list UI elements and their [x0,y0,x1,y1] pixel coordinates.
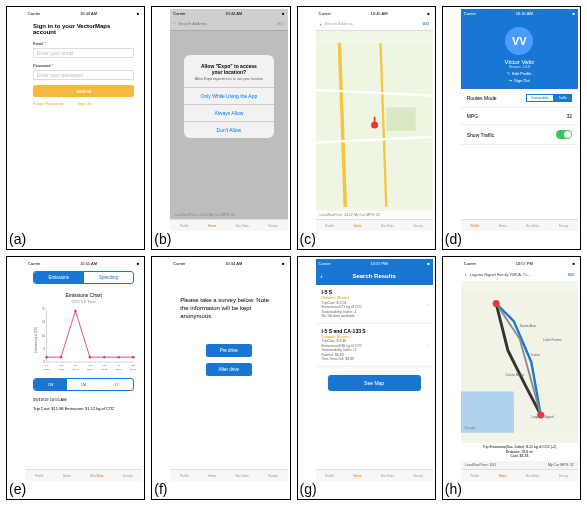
phone-g: Carrier 10:57 PM ■ ‹ Search Results I-5 … [316,259,433,481]
back-icon[interactable]: ‹ [321,273,323,279]
dont-allow-button[interactable]: Don't Allow [184,121,273,138]
map-view[interactable]: LocalGasPrice: 43.42 My Car MPG: 32 [316,31,433,219]
nav-ecostats[interactable]: Eco Stats [526,474,539,478]
nav-ecostats[interactable]: Eco Stats [236,474,249,478]
panel-g: (g) Carrier 10:57 PM ■ ‹ Search Results … [297,256,436,500]
panel-label: (e) [9,481,26,497]
nav-profile[interactable]: Profile [471,224,480,228]
always-allow-button[interactable]: Always Allow [184,104,273,121]
svg-point-10 [45,356,48,359]
nav-ecostats[interactable]: Eco Stats [381,224,394,228]
svg-text:16: 16 [42,334,45,338]
nav-ecostats[interactable]: Eco Stats [526,224,539,228]
see-map-button[interactable]: See Map [328,375,421,391]
allow-while-using-button[interactable]: Only While Using the App [184,87,273,104]
tab-spending[interactable]: Spending [84,272,134,283]
signup-link[interactable]: Sign Up [77,101,91,106]
nav-survey[interactable]: Survey [414,224,423,228]
seg-traffic[interactable]: Traffic [554,94,572,102]
nav-survey[interactable]: Survey [123,474,132,478]
nav-profile[interactable]: Profile [325,474,334,478]
nav-home[interactable]: Home [208,474,216,478]
range-1m[interactable]: 1M [67,379,100,390]
nav-profile[interactable]: Profile [35,474,44,478]
phone-d: Carrier 10:45 AM ■ VV Victor Veliz Versi… [461,9,578,231]
nav-profile[interactable]: Profile [471,474,480,478]
svg-text:Irvine: Irvine [531,353,540,357]
routes-mode-segmented[interactable]: Sustainability Traffic [526,94,572,102]
status-bar: Carrier 10:55 AM ■ [25,259,142,267]
map-canvas [316,31,433,219]
auth-links: Forgot Password Sign Up [33,101,134,106]
route-name: I-5 S [322,289,427,295]
nav-profile[interactable]: Profile [180,224,189,228]
nav-home[interactable]: Home [499,224,507,228]
status-bar: Carrier 10:44 AM ■ [170,9,287,17]
nav-ecostats[interactable]: Eco Stats [91,474,104,478]
phone-a: Carrier 10:43 AM ■ Sign in to your Vecto… [25,9,142,231]
after-drive-button[interactable]: After drive [206,363,252,376]
nav-survey[interactable]: Survey [268,474,277,478]
nav-home[interactable]: Home [63,474,71,478]
panel-label: (h) [445,481,462,497]
clock: 10:45 AM [371,11,388,16]
svg-text:Costa Mesa: Costa Mesa [505,373,524,377]
stats-tabs[interactable]: Emissions Spending [33,271,134,284]
clock: 10:55 AM [80,261,97,266]
svg-point-12 [74,310,77,313]
svg-text:09/13: 09/13 [116,368,123,371]
mpg-row[interactable]: MPG32 [461,108,578,125]
nav-survey[interactable]: Survey [559,474,568,478]
carrier: Carrier [464,11,476,16]
sign-out-link[interactable]: ↪Sign Out [461,78,578,83]
seg-sustainability[interactable]: Sustainability [526,94,554,102]
survey-intro: Please take a survey below. Note the inf… [170,267,287,406]
status-bar: Carrier 10:54 AM ■ [170,259,287,267]
signin-button[interactable]: SIGN IN [33,85,134,97]
nav-home[interactable]: Home [353,474,361,478]
tab-emissions[interactable]: Emissions [34,272,84,283]
nav-home[interactable]: Home [353,224,361,228]
panel-label: (b) [154,231,171,247]
battery-icon: ■ [137,11,139,16]
show-traffic-toggle[interactable] [556,130,572,139]
nav-survey[interactable]: Survey [268,224,277,228]
nav-ecostats[interactable]: Eco Stats [381,474,394,478]
search-bar[interactable]: ‹ Search Address GO [316,17,433,31]
phone-c: Carrier 10:45 AM ■ ‹ Search Address GO [316,9,433,231]
svg-rect-1 [386,107,415,130]
svg-point-11 [60,356,63,359]
range-selector[interactable]: 1W 1M 1Y [33,378,134,391]
svg-text:09/08: 09/08 [44,368,51,371]
email-input[interactable]: Enter your email [33,48,134,58]
go-button[interactable]: GO [568,272,574,277]
go-button[interactable]: GO [423,21,429,26]
destination-bar[interactable]: ‹ Laguna Niguel Family YMCA, Cr... GO [461,267,578,281]
route-name: I-5 S and CA-133 S [322,328,427,334]
nav-ecostats[interactable]: Eco Stats [236,224,249,228]
pre-drive-button[interactable]: Pre drive [206,344,252,357]
route-map[interactable]: Santa Ana Irvine Costa Mesa Lake Forest … [461,281,578,443]
route-result-1[interactable]: I-5 S Duration: 33 mins TripCost: $ 3.53… [316,285,433,324]
bottom-nav: Profile Home Eco Stats Survey [25,469,142,481]
password-input[interactable]: Enter your password [33,70,134,80]
range-1w[interactable]: 1W [34,379,67,390]
battery-icon: ■ [573,261,575,266]
route-result-2[interactable]: I-5 S and CA-133 S Duration: 36 mins Tri… [316,324,433,367]
nav-profile[interactable]: Profile [325,224,334,228]
nav-profile[interactable]: Profile [180,474,189,478]
nav-survey[interactable]: Survey [559,224,568,228]
back-icon[interactable]: ‹ [465,271,467,277]
nav-home[interactable]: Home [499,474,507,478]
app-version: Version: 1.0.0 [461,65,578,69]
edit-profile-link[interactable]: ✎Edit Profile [461,71,578,76]
nav-home[interactable]: Home [208,224,216,228]
trip-info: Trip Emissions(Sus. Index): 8.21 kg of C… [461,443,578,461]
panel-d: (d) Carrier 10:45 AM ■ VV Victor Veliz V… [442,6,581,250]
signin-form: Sign in to your VectorMaps account Email… [25,17,142,112]
nav-survey[interactable]: Survey [414,474,423,478]
chart-title: Emissions Chart [25,292,142,298]
avatar: VV [505,27,533,55]
range-1y[interactable]: 1Y [100,379,133,390]
forgot-password-link[interactable]: Forgot Password [33,101,63,106]
